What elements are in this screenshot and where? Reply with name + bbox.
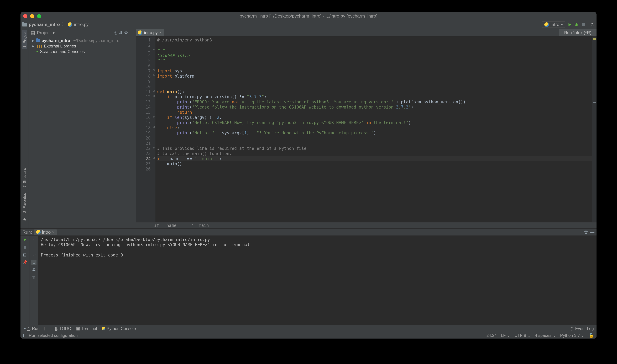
breadcrumb-text: if __name__ == '__main__': [154, 223, 216, 228]
project-header-label: Project: [37, 30, 51, 35]
tab-event-log[interactable]: Event Log: [575, 326, 594, 331]
terminal-label: Terminal: [81, 326, 97, 331]
locate-icon[interactable]: ◎: [114, 30, 117, 35]
hide-icon[interactable]: —: [129, 30, 134, 35]
chevron-down-icon[interactable]: ▾: [53, 30, 55, 35]
status-caret-pos[interactable]: 24:24: [486, 333, 497, 338]
rerun-button[interactable]: [22, 237, 27, 242]
tool-tab-favorites[interactable]: 2: Favorites: [22, 192, 27, 214]
tool-tab-structure[interactable]: 7: Structure: [22, 167, 27, 189]
tree-root[interactable]: ▸ pycharm_intro ~/Desktop/pycharm_intro: [29, 38, 135, 43]
breadcrumb-project[interactable]: pycharm_intro: [29, 22, 60, 27]
svg-rect-7: [582, 23, 585, 26]
todo-label: TODO: [59, 326, 71, 331]
close-icon[interactable]: ×: [52, 230, 55, 235]
stop-button[interactable]: [22, 245, 27, 250]
traffic-lights: [23, 14, 41, 18]
status-line-sep[interactable]: LF ⌄: [501, 333, 510, 338]
event-log-icon: ◌: [570, 326, 574, 331]
tab-run[interactable]: 4: Run: [23, 326, 40, 331]
warning-marker[interactable]: [593, 38, 596, 40]
main-area: 1: Project 7: Structure 2: Favorites ★ ▤…: [20, 29, 597, 228]
close-window-button[interactable]: [23, 14, 27, 18]
python-console-label: Python Console: [107, 326, 136, 331]
tool-window-bar-bottom: 4: Run ≔ 6: TODO ▣ Terminal Python Conso…: [20, 325, 597, 332]
readonly-lock-icon[interactable]: 🔓: [589, 333, 594, 338]
breadcrumb-file[interactable]: intro.py: [74, 22, 89, 27]
search-everywhere-button[interactable]: [590, 22, 595, 27]
maximize-window-button[interactable]: [37, 14, 41, 18]
tab-terminal[interactable]: ▣ Terminal: [76, 326, 97, 331]
python-file-icon: [68, 22, 72, 27]
svg-line-3: [575, 24, 576, 24]
stop-button[interactable]: [581, 22, 586, 27]
tree-scratches[interactable]: ⌁ Scratches and Consoles: [29, 49, 135, 54]
run-config-selector[interactable]: intro ▾: [542, 21, 565, 28]
debug-button[interactable]: [574, 22, 579, 27]
project-tree[interactable]: ▸ pycharm_intro ~/Desktop/pycharm_intro …: [29, 37, 136, 55]
hide-icon[interactable]: —: [590, 230, 594, 235]
line-number-gutter[interactable]: 123456789101112131415161718192021222324▶…: [136, 37, 152, 222]
svg-marker-0: [568, 23, 571, 26]
svg-marker-12: [24, 327, 26, 330]
navigation-bar: pycharm_intro 〉 intro.py intro ▾: [20, 20, 597, 29]
project-header-icon: ▤: [31, 30, 35, 35]
gear-icon[interactable]: ✿: [124, 30, 128, 35]
expand-arrow-icon[interactable]: ▸: [31, 38, 35, 43]
status-hint: Run selected configuration: [29, 333, 78, 338]
editor-tab-intro[interactable]: intro.py ×: [136, 29, 164, 36]
run-label: Run: [32, 326, 40, 331]
down-button[interactable]: ↓: [31, 245, 37, 250]
soft-wrap-button[interactable]: ↩: [31, 252, 37, 257]
spacer: [31, 49, 35, 54]
code-editor[interactable]: #!/usr/bin/env python3 """CS106AP Intro"…: [155, 37, 592, 222]
tab-todo[interactable]: ≔ 6: TODO: [49, 326, 71, 331]
clear-button[interactable]: 🗑: [31, 275, 37, 280]
svg-line-9: [593, 25, 594, 26]
editor-breadcrumb[interactable]: if __name__ == '__main__': [136, 222, 597, 228]
svg-point-8: [591, 23, 593, 25]
gear-icon[interactable]: ✿: [584, 230, 588, 235]
tab-python-console[interactable]: Python Console: [102, 326, 136, 331]
status-indent[interactable]: 4 spaces ⌄: [535, 333, 556, 338]
minimize-window-button[interactable]: [30, 14, 34, 18]
collapse-icon[interactable]: ⇊: [119, 30, 122, 35]
library-icon: ▮▮▮: [36, 44, 42, 48]
expand-arrow-icon[interactable]: ▸: [31, 44, 35, 49]
run-tool-window: Run: intro × ✿ — ▤ 📌 ↑ ↓ ↩ ⤓: [20, 228, 597, 325]
editor-tabs: intro.py × Run 'intro' (^R): [136, 29, 597, 37]
status-sdk[interactable]: Python 3.7 ⌄: [560, 333, 584, 338]
titlebar: pycharm_intro [~/Desktop/pycharm_intro] …: [20, 12, 597, 20]
editor-area: intro.py × Run 'intro' (^R) 123456789101…: [136, 29, 597, 228]
run-button[interactable]: [567, 22, 572, 27]
tool-windows-toggle[interactable]: [23, 334, 26, 337]
overview-ruler[interactable]: [592, 37, 597, 222]
console-output[interactable]: /usr/local/bin/python3.7 /Users/brahm/De…: [38, 236, 597, 325]
scroll-to-end-button[interactable]: ⤓: [31, 260, 37, 265]
close-icon[interactable]: ×: [160, 30, 162, 35]
run-mnemonic: 4: [27, 326, 30, 331]
run-header-label: Run:: [23, 230, 32, 235]
caret-marker[interactable]: [593, 102, 596, 103]
run-side-toolbar: ▤ 📌: [20, 236, 29, 325]
fold-gutter[interactable]: ⊖⊖⊖⊖⊖⊖⊖⊖⊖: [152, 37, 155, 222]
tree-external-libs[interactable]: ▸ ▮▮▮ External Libraries: [29, 43, 135, 49]
pycharm-window: pycharm_intro [~/Desktop/pycharm_intro] …: [20, 12, 597, 338]
folder-icon: [22, 23, 27, 26]
editor-body[interactable]: 123456789101112131415161718192021222324▶…: [136, 37, 597, 222]
run-hint-banner[interactable]: Run 'intro' (^R): [559, 29, 597, 36]
pin-button[interactable]: 📌: [22, 260, 27, 265]
layout-button[interactable]: ▤: [22, 252, 27, 257]
chevron-down-icon: ▾: [561, 23, 563, 27]
window-title: pycharm_intro [~/Desktop/pycharm_intro] …: [240, 13, 377, 19]
status-encoding[interactable]: UTF-8 ⌄: [514, 333, 531, 338]
run-config-chip[interactable]: intro ×: [34, 230, 57, 235]
up-button[interactable]: ↑: [31, 237, 37, 242]
tool-tab-project[interactable]: 1: Project: [22, 30, 27, 49]
python-file-icon: [138, 30, 142, 35]
run-side-toolbar-2: ↑ ↓ ↩ ⤓ 🖶 🗑: [29, 236, 38, 325]
separator: [44, 327, 45, 330]
print-button[interactable]: 🖶: [31, 267, 37, 273]
python-icon: [102, 327, 105, 330]
tree-scratches-label: Scratches and Consoles: [40, 49, 85, 54]
